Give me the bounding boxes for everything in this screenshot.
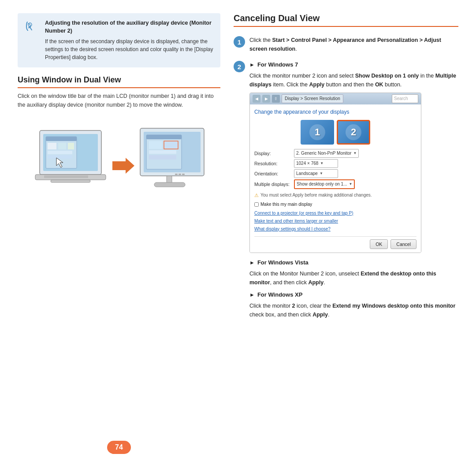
ss-resolution-value-text: 1024 × 768 xyxy=(296,160,318,167)
svg-rect-4 xyxy=(46,137,77,141)
step-1-number: 1 xyxy=(234,36,245,48)
svg-rect-18 xyxy=(146,135,182,139)
svg-rect-21 xyxy=(149,150,176,154)
ss-bottom-buttons: OK Cancel xyxy=(254,236,416,249)
left-column: Adjusting the resolution of the auxiliar… xyxy=(18,13,220,458)
ss-warning-icon: ⚠ xyxy=(254,192,259,200)
svg-rect-26 xyxy=(178,174,181,175)
illustration-dual-view xyxy=(18,122,220,210)
ss-display-field: Display: 2. Generic Non-PnP Monitor ▼ xyxy=(254,149,416,158)
sub-text-win7: Click the monitor number 2 icon and sele… xyxy=(249,71,458,89)
ss-orientation-label: Orientation: xyxy=(254,170,294,178)
ss-monitor-2: 2 xyxy=(337,120,370,145)
ss-resolution-value: 1024 × 768 ▼ xyxy=(294,159,338,168)
ss-forward-btn: ▶ xyxy=(262,95,270,103)
ss-back-btn: ◀ xyxy=(253,95,260,103)
sub-windows-vista: ► For Windows Vista Click on the Monitor… xyxy=(249,258,458,287)
svg-rect-8 xyxy=(48,151,72,154)
ss-checkbox[interactable] xyxy=(254,202,259,207)
ss-path: Display > Screen Resolution xyxy=(282,94,390,103)
ss-link-1[interactable]: Connect to a projector (or press the key… xyxy=(254,210,416,217)
ss-resolution-arrow: ▼ xyxy=(320,161,324,167)
sub-title-xp-text: For Windows XP xyxy=(257,290,302,300)
ss-monitors: 1 2 xyxy=(254,120,416,145)
svg-rect-5 xyxy=(48,143,56,149)
ss-orientation-arrow: ▼ xyxy=(320,171,323,177)
ss-body: Change the appearance of your displays 1… xyxy=(250,104,421,253)
note-body: If the screen of the secondary display d… xyxy=(45,37,213,61)
svg-rect-9 xyxy=(48,155,72,159)
svg-rect-22 xyxy=(149,155,176,160)
svg-rect-7 xyxy=(68,143,74,149)
step-2-number: 2 xyxy=(234,61,245,72)
ss-cancel-button[interactable]: Cancel xyxy=(390,239,416,249)
svg-rect-12 xyxy=(44,175,88,178)
svg-rect-6 xyxy=(58,143,66,149)
sub-windows-xp: ► For Windows XP Click the monitor 2 ico… xyxy=(249,290,458,319)
ss-checkbox-label: Make this my main display xyxy=(260,201,312,208)
ss-search: Search xyxy=(392,94,418,103)
sub-title-vista: ► For Windows Vista xyxy=(249,258,458,268)
section-heading-cancel: Canceling Dual View xyxy=(234,13,458,27)
arrow-icon-xp: ► xyxy=(249,291,255,299)
sub-title-win7-text: For Windows 7 xyxy=(257,60,298,70)
section-heading-dual-view: Using Window in Dual View xyxy=(18,75,220,88)
step-1: 1 Click the Start > Control Panel > Appe… xyxy=(234,36,458,53)
svg-rect-20 xyxy=(164,141,178,149)
ss-display-value: 2. Generic Non-PnP Monitor ▼ xyxy=(294,149,359,158)
ss-link-2[interactable]: Make text and other items larger or smal… xyxy=(254,218,416,225)
page-number: 74 xyxy=(107,441,131,454)
ss-warning: ⚠ You must select Apply before making ad… xyxy=(254,192,416,200)
ss-checkbox-row: Make this my main display xyxy=(254,201,416,208)
sub-text-vista: Click on the Monitor Number 2 icon, unse… xyxy=(249,269,458,287)
ss-path-text: Display > Screen Resolution xyxy=(282,94,343,103)
arrow-icon-vista: ► xyxy=(249,259,255,267)
ss-up-btn: ⇧ xyxy=(272,95,280,103)
sub-title-xp: ► For Windows XP xyxy=(249,290,458,300)
ss-orientation-value: Landscape ▼ xyxy=(294,169,338,178)
section-text-dual-view: Click on the window title bar of the mai… xyxy=(18,92,220,109)
ss-multiple-field: Multiple displays: Show desktop only on … xyxy=(254,179,416,189)
ss-display-arrow: ▼ xyxy=(353,151,357,156)
monitor-1-circle: 1 xyxy=(309,124,325,140)
ss-multiple-arrow: ▼ xyxy=(349,182,353,187)
page: Adjusting the resolution of the auxiliar… xyxy=(0,0,476,476)
screenshot-box: ◀ ▶ ⇧ Display > Screen Resolution Search… xyxy=(249,93,421,253)
ss-resolution-field: Resolution: 1024 × 768 ▼ xyxy=(254,159,416,168)
monitor-2-circle: 2 xyxy=(346,124,361,140)
svg-rect-27 xyxy=(182,174,185,175)
ss-display-label: Display: xyxy=(254,150,294,157)
step-2: 2 ► For Windows 7 Click the monitor numb… xyxy=(234,60,458,323)
svg-rect-13 xyxy=(51,180,90,182)
svg-rect-25 xyxy=(175,174,178,175)
ss-resolution-label: Resolution: xyxy=(254,160,294,167)
section-dual-view: Using Window in Dual View Click on the w… xyxy=(18,75,220,109)
step-1-content: Click the Start > Control Panel > Appear… xyxy=(249,36,458,53)
page-number-container: 74 xyxy=(18,441,220,458)
ss-multiple-value: Show desktop only on 1... ▼ xyxy=(294,179,355,189)
svg-rect-24 xyxy=(154,182,185,187)
ss-titlebar: ◀ ▶ ⇧ Display > Screen Resolution Search xyxy=(250,93,421,104)
ss-monitor-1: 1 xyxy=(301,120,334,145)
arrow-icon-win7: ► xyxy=(249,61,255,69)
note-icon xyxy=(24,19,40,35)
ss-orientation-value-text: Landscape xyxy=(296,170,318,177)
step-2-content: ► For Windows 7 Click the monitor number… xyxy=(249,60,458,323)
svg-rect-19 xyxy=(149,141,162,149)
ss-link-3[interactable]: What display settings should I choose? xyxy=(254,226,416,233)
ss-multiple-label: Multiple displays: xyxy=(254,181,294,188)
sub-text-xp: Click the monitor 2 icon, clear the Exte… xyxy=(249,301,458,319)
ss-multiple-value-text: Show desktop only on 1... xyxy=(297,181,347,188)
note-title: Adjusting the resolution of the auxiliar… xyxy=(45,19,213,35)
ss-display-value-text: 2. Generic Non-PnP Monitor xyxy=(296,150,351,157)
ss-warning-text: You must select Apply before making addi… xyxy=(260,192,372,199)
note-content: Adjusting the resolution of the auxiliar… xyxy=(45,19,213,61)
ss-ok-button[interactable]: OK xyxy=(370,239,388,249)
ss-change-text: Change the appearance of your displays xyxy=(254,108,416,116)
svg-marker-14 xyxy=(112,158,134,174)
note-box: Adjusting the resolution of the auxiliar… xyxy=(18,13,220,67)
sub-title-win7: ► For Windows 7 xyxy=(249,60,458,70)
sub-windows7: ► For Windows 7 Click the monitor number… xyxy=(249,60,458,89)
right-column: Canceling Dual View 1 Click the Start > … xyxy=(234,13,458,458)
ss-orientation-field: Orientation: Landscape ▼ xyxy=(254,169,416,178)
